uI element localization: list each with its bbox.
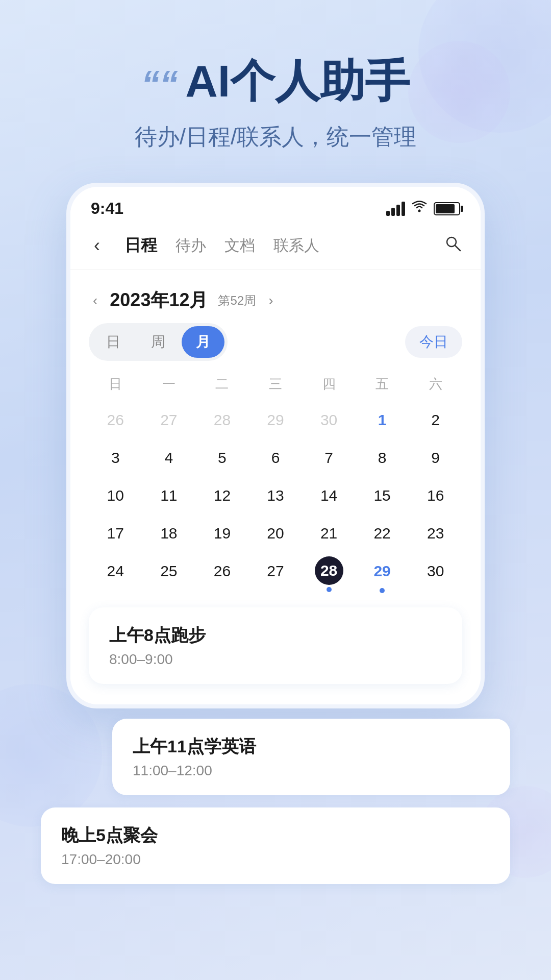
calendar-section: ‹ 2023年12月 第52周 › 日 周 月 今日 [70,270,481,704]
table-row[interactable]: 16 [409,477,462,514]
table-row[interactable]: 1 [356,401,409,439]
weekday-headers: 日 一 二 三 四 五 六 [89,371,462,397]
table-row[interactable]: 5 [195,439,249,477]
week-view-button[interactable]: 周 [137,326,180,358]
calendar-week-5: 24 25 26 27 28 29 30 [89,552,462,597]
event-card-3[interactable]: 晚上5点聚会 17:00–20:00 [41,807,510,884]
back-button[interactable]: ‹ [89,233,105,258]
table-row[interactable]: 25 [142,552,196,597]
phone-screen: 9:41 [70,187,481,704]
today-button[interactable]: 今日 [405,326,462,358]
battery-icon [434,202,460,215]
signal-icon [386,202,405,216]
tab-docs[interactable]: 文档 [215,231,264,260]
table-row[interactable]: 2 [409,401,462,439]
table-row[interactable]: 14 [302,477,356,514]
events-section: 上午8点跑步 8:00–9:00 [89,597,462,684]
event-card-2[interactable]: 上午11点学英语 11:00–12:00 [112,719,510,795]
today-cell[interactable]: 28 [302,552,356,597]
table-row[interactable]: 12 [195,477,249,514]
table-row[interactable]: 13 [249,477,303,514]
table-row[interactable]: 26 [195,552,249,597]
app-title: AI个人助手 [185,56,410,106]
tab-todo[interactable]: 待办 [166,231,215,260]
table-row[interactable]: 8 [356,439,409,477]
weekday-sun: 日 [89,371,142,397]
table-row[interactable]: 29 [356,552,409,597]
view-toggle-row: 日 周 月 今日 [89,323,462,361]
weekday-sat: 六 [409,371,462,397]
event-time-2: 11:00–12:00 [133,763,490,779]
header-section: ““ AI个人助手 待办/日程/联系人，统一管理 [0,0,551,183]
table-row[interactable]: 27 [142,401,196,439]
table-row[interactable]: 23 [409,514,462,552]
status-bar: 9:41 [70,187,481,222]
weekday-wed: 三 [249,371,303,397]
table-row[interactable]: 20 [249,514,303,552]
svg-point-0 [418,210,421,212]
table-row[interactable]: 3 [89,439,142,477]
tab-schedule[interactable]: 日程 [115,230,166,261]
tab-contacts[interactable]: 联系人 [264,231,329,260]
calendar-grid: 日 一 二 三 四 五 六 26 27 28 29 30 [89,371,462,597]
svg-line-2 [455,246,460,251]
weekday-mon: 一 [142,371,196,397]
calendar-week-1: 26 27 28 29 30 1 2 [89,401,462,439]
table-row[interactable]: 26 [89,401,142,439]
event-dot [327,587,332,592]
weekday-tue: 二 [195,371,249,397]
table-row[interactable]: 30 [409,552,462,597]
app-subtitle: 待办/日程/联系人，统一管理 [41,122,510,152]
table-row[interactable]: 15 [356,477,409,514]
month-view-button[interactable]: 月 [182,326,224,358]
table-row[interactable]: 10 [89,477,142,514]
table-row[interactable]: 22 [356,514,409,552]
view-toggle: 日 周 月 [89,323,228,361]
table-row[interactable]: 18 [142,514,196,552]
event-card-1[interactable]: 上午8点跑步 8:00–9:00 [89,607,462,684]
event-title-1: 上午8点跑步 [109,624,442,647]
table-row[interactable]: 17 [89,514,142,552]
table-row[interactable]: 4 [142,439,196,477]
month-title: 2023年12月 [110,288,208,313]
prev-month-button[interactable]: ‹ [89,290,102,311]
calendar-week-3: 10 11 12 13 14 15 16 [89,477,462,514]
table-row[interactable]: 29 [249,401,303,439]
table-row[interactable]: 30 [302,401,356,439]
search-button[interactable] [444,234,462,257]
event-title-3: 晚上5点聚会 [61,824,490,847]
quote-symbol: ““ [141,63,178,104]
phone-container: 9:41 [0,183,551,708]
month-header: ‹ 2023年12月 第52周 › [89,280,462,323]
day-view-button[interactable]: 日 [92,326,135,358]
table-row[interactable]: 24 [89,552,142,597]
calendar-week-2: 3 4 5 6 7 8 9 [89,439,462,477]
table-row[interactable]: 28 [195,401,249,439]
table-row[interactable]: 27 [249,552,303,597]
week-label: 第52周 [218,292,256,309]
table-row[interactable]: 9 [409,439,462,477]
status-icons [386,200,460,217]
next-month-button[interactable]: › [264,290,277,311]
status-time: 9:41 [91,199,123,218]
event-dot [380,588,385,593]
table-row[interactable]: 6 [249,439,303,477]
table-row[interactable]: 11 [142,477,196,514]
wifi-icon [411,200,428,217]
table-row[interactable]: 19 [195,514,249,552]
table-row[interactable]: 21 [302,514,356,552]
event-title-2: 上午11点学英语 [133,735,490,758]
event-time-3: 17:00–20:00 [61,851,490,868]
weekday-thu: 四 [302,371,356,397]
event-time-1: 8:00–9:00 [109,651,442,668]
calendar-week-4: 17 18 19 20 21 22 23 [89,514,462,552]
weekday-fri: 五 [356,371,409,397]
navigation-tabs: ‹ 日程 待办 文档 联系人 [70,222,481,270]
table-row[interactable]: 7 [302,439,356,477]
phone-mockup: 9:41 [66,183,485,708]
